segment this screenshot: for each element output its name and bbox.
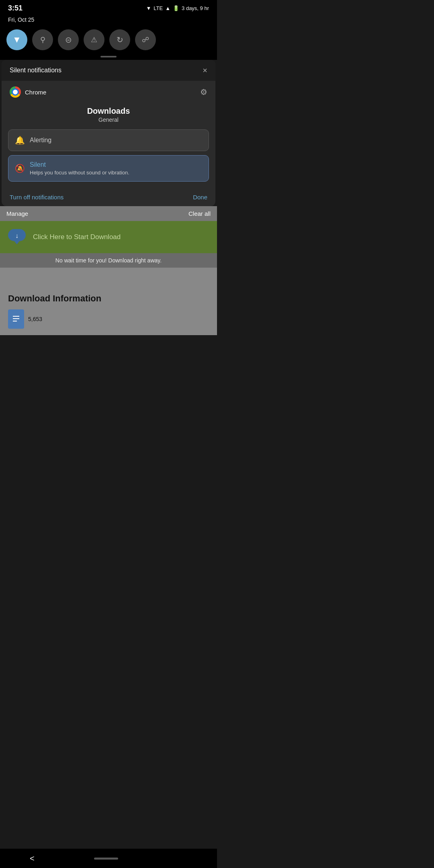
app-info: Chrome	[10, 86, 46, 98]
flashlight-toggle[interactable]: ⚠	[84, 29, 104, 50]
date-bar: Fri, Oct 25	[0, 15, 217, 26]
dnd-toggle[interactable]: ⊝	[58, 29, 79, 50]
chrome-icon	[10, 86, 21, 98]
done-button[interactable]: Done	[193, 194, 207, 201]
notification-main-title: Downloads	[10, 106, 207, 116]
alerting-option[interactable]: 🔔 Alerting	[8, 129, 209, 151]
download-banner-text: Click Here to Start Download	[33, 233, 121, 241]
alerting-label: Alerting	[30, 137, 51, 144]
cloud-download-icon: ↓	[6, 227, 27, 248]
wifi-toggle[interactable]: ▼	[6, 29, 27, 50]
location-toggle[interactable]: ☍	[135, 29, 156, 50]
download-info-title: Download Information	[8, 293, 209, 304]
lte-label: LTE	[154, 5, 163, 11]
alerting-content: Alerting	[30, 137, 51, 144]
toggle-divider	[100, 56, 117, 57]
download-info-section: Download Information 5,653	[0, 284, 217, 335]
notification-subtitle: General	[10, 117, 207, 123]
dialog-header: Silent notifications ×	[2, 60, 215, 81]
date-text: Fri, Oct 25	[8, 16, 34, 23]
status-right: ▼ LTE ▲ 🔋 3 days, 9 hr	[146, 5, 209, 11]
svg-text:↓: ↓	[15, 232, 18, 239]
alerting-icon: 🔔	[15, 135, 25, 145]
below-banner-text: No wait time for you! Download right awa…	[55, 257, 162, 264]
turn-off-notifications-button[interactable]: Turn off notifications	[10, 194, 63, 201]
silent-label: Silent	[30, 161, 129, 168]
silent-icon: 🔕	[15, 164, 25, 173]
notification-title-area: Downloads General	[2, 103, 215, 129]
signal-icon: ▲	[165, 5, 170, 11]
below-banner: No wait time for you! Download right awa…	[0, 253, 217, 268]
battery-text: 3 days, 9 hr	[182, 5, 209, 11]
download-banner[interactable]: ↓ Click Here to Start Download	[0, 221, 217, 253]
file-name: 5,653	[28, 316, 42, 322]
toggles-footer	[0, 56, 217, 60]
file-icon	[8, 309, 24, 329]
manage-button[interactable]: Manage	[6, 210, 28, 217]
clear-all-button[interactable]: Clear all	[188, 210, 211, 217]
bluetooth-toggle[interactable]: ⚲	[32, 29, 53, 50]
dialog-action-row: Turn off notifications Done	[2, 188, 215, 206]
svg-marker-1	[14, 240, 20, 244]
status-time: 3:51	[8, 4, 23, 12]
options-area: 🔔 Alerting 🔕 Silent Helps you focus with…	[2, 129, 215, 188]
spacer	[0, 268, 217, 284]
status-bar: 3:51 ▼ LTE ▲ 🔋 3 days, 9 hr	[0, 0, 217, 15]
silent-content: Silent Helps you focus without sound or …	[30, 161, 129, 176]
silent-option[interactable]: 🔕 Silent Helps you focus without sound o…	[8, 155, 209, 182]
silent-notifications-dialog: Silent notifications × Chrome ⚙ Download…	[2, 60, 215, 206]
download-info-row: 5,653	[8, 309, 209, 329]
close-button[interactable]: ×	[203, 66, 207, 74]
quick-toggles: ▼ ⚲ ⊝ ⚠ ↻ ☍	[0, 26, 217, 56]
dialog-title: Silent notifications	[10, 67, 61, 74]
app-row: Chrome ⚙	[2, 81, 215, 103]
rotate-toggle[interactable]: ↻	[109, 29, 130, 50]
settings-icon[interactable]: ⚙	[200, 87, 207, 97]
silent-description: Helps you focus without sound or vibrati…	[30, 170, 129, 176]
wifi-status-icon: ▼	[146, 5, 151, 11]
app-name: Chrome	[25, 89, 46, 96]
battery-icon: 🔋	[173, 5, 179, 11]
bg-content-bar: Manage Clear all	[0, 206, 217, 221]
